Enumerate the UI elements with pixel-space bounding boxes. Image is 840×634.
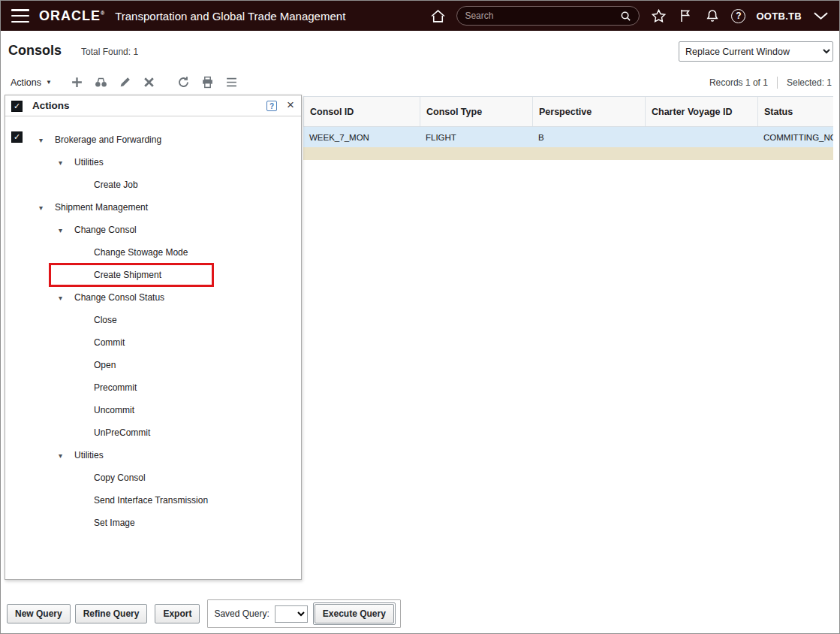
action-item-uncommit[interactable]: Uncommit: [5, 399, 301, 421]
action-item-label: Utilities: [74, 450, 104, 460]
table-cell: COMMITTING_NO: [757, 127, 833, 147]
action-item-label: Commit: [94, 337, 125, 348]
collapse-arrow-icon[interactable]: ▾: [59, 226, 74, 234]
popup-help-icon[interactable]: ?: [266, 101, 277, 111]
user-menu-label[interactable]: OOTB.TB: [756, 11, 802, 22]
refresh-button[interactable]: [175, 74, 193, 92]
actions-popup-header: Actions ? ×: [5, 95, 301, 116]
query-footer-bar: New Query Refine Query Export Saved Quer…: [1, 594, 839, 633]
table-cell: [645, 127, 757, 147]
actions-menu-button[interactable]: Actions ▼: [11, 77, 52, 88]
action-item-change-consol-status[interactable]: ▾Change Consol Status: [5, 286, 301, 309]
action-item-label: Set Image: [94, 518, 135, 528]
row-checkbox[interactable]: [11, 131, 23, 143]
grid-header-row: Consol IDConsol TypePerspectiveCharter V…: [303, 96, 833, 127]
records-count-label: Records 1 of 1: [709, 77, 768, 88]
caret-down-icon: ▼: [46, 79, 52, 86]
column-header-consol-id[interactable]: Consol ID: [303, 97, 420, 126]
topbar-actions: ? OOTB.TB: [429, 6, 829, 26]
table-cell: WEEK_7_MON: [303, 127, 420, 147]
action-item-utilities[interactable]: ▾Utilities: [5, 444, 301, 466]
column-header-consol-type[interactable]: Consol Type: [420, 97, 532, 126]
window-mode-select[interactable]: Replace Current Window: [679, 41, 833, 62]
column-header-perspective[interactable]: Perspective: [532, 97, 645, 126]
actions-popup-title: Actions: [32, 100, 70, 111]
table-cell: B: [532, 127, 645, 147]
grid-body: WEEK_7_MONFLIGHTBCOMMITTING_NO: [303, 127, 833, 147]
delete-button[interactable]: [140, 74, 158, 92]
grid-view-button[interactable]: [223, 74, 241, 92]
close-icon[interactable]: ×: [287, 98, 294, 113]
column-header-status[interactable]: Status: [757, 97, 833, 126]
action-item-copy-consol[interactable]: Copy Consol: [5, 466, 301, 489]
oracle-logo: ORACLE®: [39, 8, 105, 24]
action-item-label: Close: [94, 315, 117, 325]
action-item-precommit[interactable]: Precommit: [5, 376, 301, 399]
edit-pencil-button[interactable]: [116, 74, 134, 92]
action-item-label: Change Consol Status: [74, 292, 164, 303]
action-item-label: Create Shipment: [94, 270, 161, 280]
new-query-button[interactable]: New Query: [7, 604, 71, 623]
search-input[interactable]: [465, 11, 619, 21]
action-item-open[interactable]: Open: [5, 354, 301, 376]
menu-icon[interactable]: [11, 9, 29, 23]
divider: [777, 77, 778, 89]
global-search-box: [456, 6, 640, 26]
help-icon[interactable]: ?: [731, 9, 745, 23]
action-item-label: Create Job: [94, 180, 138, 190]
total-found-label: Total Found: 1: [81, 47, 138, 57]
results-grid: Consol IDConsol TypePerspectiveCharter V…: [303, 96, 833, 160]
action-item-change-stowage-mode[interactable]: Change Stowage Mode: [5, 241, 301, 264]
action-item-label: Copy Consol: [94, 472, 146, 483]
action-item-utilities[interactable]: ▾Utilities: [5, 151, 301, 174]
action-item-create-job[interactable]: Create Job: [5, 174, 301, 196]
collapse-arrow-icon[interactable]: ▾: [39, 136, 55, 144]
action-item-shipment-management[interactable]: ▾Shipment Management: [5, 196, 301, 219]
collapse-arrow-icon[interactable]: ▾: [59, 158, 74, 167]
saved-query-select[interactable]: [275, 605, 308, 623]
action-item-create-shipment[interactable]: Create Shipment: [5, 264, 301, 286]
home-icon[interactable]: [429, 8, 446, 24]
action-item-unprecommit[interactable]: UnPreCommit: [5, 421, 301, 444]
action-item-close[interactable]: Close: [5, 309, 301, 331]
action-item-commit[interactable]: Commit: [5, 331, 301, 354]
print-button[interactable]: [199, 74, 217, 92]
export-button[interactable]: Export: [155, 604, 200, 623]
registered-mark: ®: [101, 11, 105, 16]
notifications-bell-icon[interactable]: [704, 8, 721, 24]
app-title: Transportation and Global Trade Manageme…: [115, 10, 345, 23]
selected-count-label: Selected: 1: [787, 77, 832, 88]
page-title: Consols: [8, 43, 62, 59]
action-item-label: Change Consol: [74, 225, 137, 235]
refine-query-button[interactable]: Refine Query: [75, 604, 148, 623]
action-item-label: Utilities: [74, 157, 104, 168]
action-item-set-image[interactable]: Set Image: [5, 512, 301, 534]
collapse-arrow-icon[interactable]: ▾: [59, 451, 74, 460]
collapse-arrow-icon[interactable]: ▾: [59, 294, 74, 302]
action-item-send-interface-transmission[interactable]: Send Interface Transmission: [5, 489, 301, 512]
execute-query-button[interactable]: Execute Query: [315, 604, 394, 623]
action-item-label: Open: [94, 360, 116, 370]
actions-menu-label: Actions: [11, 77, 41, 88]
table-cell: FLIGHT: [420, 127, 532, 147]
favorites-star-icon[interactable]: [650, 8, 667, 24]
brand-text: ORACLE: [39, 8, 101, 23]
view-binoculars-button[interactable]: [92, 74, 110, 92]
search-icon[interactable]: [619, 10, 631, 22]
saved-query-group: Saved Query: Execute Query: [207, 599, 400, 628]
top-bar: ORACLE® Transportation and Global Trade …: [1, 1, 839, 31]
action-item-change-consol[interactable]: ▾Change Consol: [5, 219, 301, 241]
chevron-down-icon[interactable]: [812, 8, 829, 24]
table-row[interactable]: WEEK_7_MONFLIGHTBCOMMITTING_NO: [303, 127, 833, 147]
record-counts: Records 1 of 1 Selected: 1: [709, 77, 832, 89]
column-header-charter-voyage-id[interactable]: Charter Voyage ID: [645, 97, 757, 126]
saved-query-label: Saved Query:: [214, 608, 269, 619]
action-item-label: Brokerage and Forwarding: [55, 134, 161, 145]
execute-query-wrapper: Execute Query: [313, 602, 396, 625]
flag-icon[interactable]: [677, 8, 694, 24]
selection-summary-strip: [303, 147, 833, 160]
select-all-checkbox[interactable]: [11, 101, 23, 112]
new-record-button[interactable]: [68, 74, 86, 92]
collapse-arrow-icon[interactable]: ▾: [39, 204, 55, 212]
action-item-brokerage-and-forwarding[interactable]: ▾Brokerage and Forwarding: [5, 128, 301, 151]
